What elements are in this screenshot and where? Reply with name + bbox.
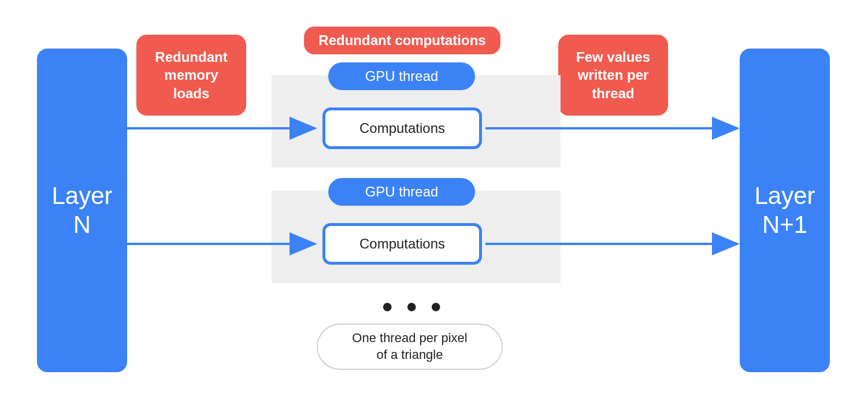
layer-n-label: Layer N (51, 181, 112, 240)
layer-n1-label: Layer N+1 (754, 181, 815, 240)
computations-box-1: Computations (322, 107, 482, 149)
computations-box-1-text: Computations (359, 120, 445, 136)
callout-few-values: Few values written per thread (558, 35, 668, 116)
callout-few-values-text: Few values written per thread (576, 48, 650, 102)
gpu-thread-pill-2: GPU thread (328, 178, 475, 206)
layer-n1-box: Layer N+1 (740, 49, 830, 372)
gpu-thread-pill-1: GPU thread (328, 62, 475, 90)
callout-redundant-memory-text: Redundant memory loads (155, 48, 227, 102)
computations-box-2: Computations (322, 223, 482, 265)
ellipsis-text: ● ● ● (381, 295, 446, 317)
callout-redundant-computations-text: Redundant computations (318, 31, 485, 49)
gpu-thread-pill-1-text: GPU thread (365, 68, 439, 84)
layer-n-box: Layer N (37, 49, 127, 372)
callout-redundant-computations: Redundant computations (304, 27, 500, 54)
footnote-text: One thread per pixel of a triangle (352, 330, 467, 363)
computations-box-2-text: Computations (359, 236, 445, 252)
ellipsis-dots: ● ● ● (381, 295, 446, 317)
callout-redundant-memory: Redundant memory loads (136, 35, 246, 116)
footnote-pill: One thread per pixel of a triangle (317, 324, 503, 370)
gpu-thread-pill-2-text: GPU thread (365, 184, 439, 200)
